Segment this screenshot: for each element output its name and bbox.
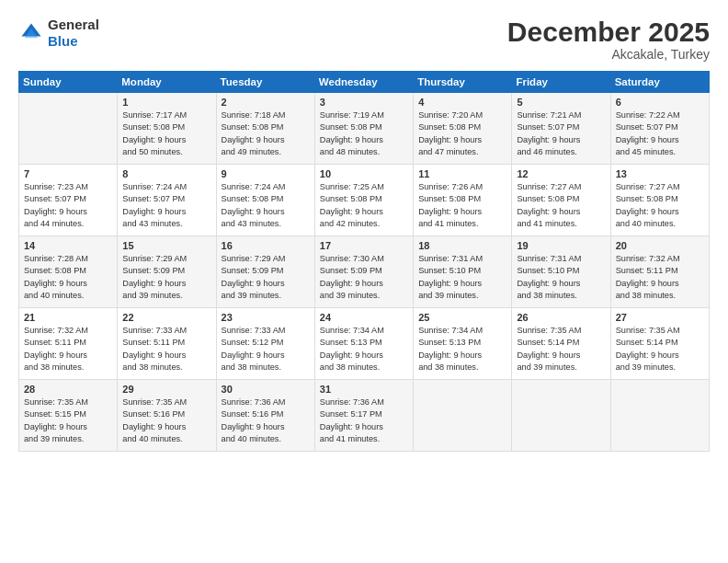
calendar-cell <box>19 93 118 165</box>
day-info: Sunrise: 7:27 AMSunset: 5:08 PMDaylight:… <box>517 181 606 230</box>
day-number: 5 <box>517 97 606 108</box>
logo-blue: Blue <box>48 33 78 49</box>
week-row-5: 28Sunrise: 7:35 AMSunset: 5:15 PMDayligh… <box>19 380 710 452</box>
day-header-friday: Friday <box>512 72 610 93</box>
day-number: 22 <box>122 312 211 323</box>
day-number: 14 <box>24 240 113 251</box>
title-block: December 2025 Akcakale, Turkey <box>507 17 710 62</box>
header-row: SundayMondayTuesdayWednesdayThursdayFrid… <box>19 72 710 93</box>
day-info: Sunrise: 7:19 AMSunset: 5:08 PMDaylight:… <box>320 109 409 158</box>
calendar-cell: 6Sunrise: 7:22 AMSunset: 5:07 PMDaylight… <box>610 93 709 165</box>
day-number: 7 <box>24 168 113 179</box>
page: General Blue December 2025 Akcakale, Tur… <box>0 0 728 563</box>
calendar-cell: 16Sunrise: 7:29 AMSunset: 5:09 PMDayligh… <box>216 236 314 308</box>
day-info: Sunrise: 7:34 AMSunset: 5:13 PMDaylight:… <box>418 325 507 373</box>
day-number: 29 <box>122 384 211 395</box>
week-row-1: 1Sunrise: 7:17 AMSunset: 5:08 PMDaylight… <box>19 93 710 165</box>
logo: General Blue <box>18 17 99 50</box>
day-info: Sunrise: 7:34 AMSunset: 5:13 PMDaylight:… <box>320 325 409 373</box>
day-info: Sunrise: 7:35 AMSunset: 5:16 PMDaylight:… <box>122 396 211 445</box>
day-number: 17 <box>320 240 409 251</box>
day-number: 31 <box>320 384 409 395</box>
week-row-3: 14Sunrise: 7:28 AMSunset: 5:08 PMDayligh… <box>19 236 710 308</box>
header: General Blue December 2025 Akcakale, Tur… <box>18 17 710 62</box>
day-info: Sunrise: 7:18 AMSunset: 5:08 PMDaylight:… <box>222 109 311 158</box>
calendar-cell: 5Sunrise: 7:21 AMSunset: 5:07 PMDaylight… <box>512 93 610 165</box>
calendar-cell: 18Sunrise: 7:31 AMSunset: 5:10 PMDayligh… <box>414 236 512 308</box>
month-title: December 2025 <box>507 17 710 47</box>
day-info: Sunrise: 7:25 AMSunset: 5:08 PMDaylight:… <box>320 181 409 230</box>
calendar-cell: 31Sunrise: 7:36 AMSunset: 5:17 PMDayligh… <box>314 380 413 452</box>
day-info: Sunrise: 7:33 AMSunset: 5:12 PMDaylight:… <box>222 325 311 373</box>
day-number: 27 <box>616 312 705 323</box>
day-info: Sunrise: 7:24 AMSunset: 5:08 PMDaylight:… <box>222 181 311 230</box>
calendar-cell: 29Sunrise: 7:35 AMSunset: 5:16 PMDayligh… <box>118 380 216 452</box>
logo-icon <box>18 20 44 46</box>
calendar-cell: 23Sunrise: 7:33 AMSunset: 5:12 PMDayligh… <box>216 308 314 380</box>
day-number: 1 <box>122 97 211 108</box>
day-info: Sunrise: 7:17 AMSunset: 5:08 PMDaylight:… <box>122 109 211 158</box>
day-info: Sunrise: 7:31 AMSunset: 5:10 PMDaylight:… <box>517 253 606 302</box>
week-row-2: 7Sunrise: 7:23 AMSunset: 5:07 PMDaylight… <box>19 165 710 236</box>
day-number: 26 <box>517 312 606 323</box>
day-number: 11 <box>418 168 507 179</box>
calendar-cell <box>610 380 709 452</box>
day-info: Sunrise: 7:20 AMSunset: 5:08 PMDaylight:… <box>418 109 507 158</box>
calendar-cell: 12Sunrise: 7:27 AMSunset: 5:08 PMDayligh… <box>512 165 610 236</box>
calendar-cell: 11Sunrise: 7:26 AMSunset: 5:08 PMDayligh… <box>414 165 512 236</box>
calendar-cell: 7Sunrise: 7:23 AMSunset: 5:07 PMDaylight… <box>19 165 118 236</box>
calendar-cell: 15Sunrise: 7:29 AMSunset: 5:09 PMDayligh… <box>118 236 216 308</box>
day-header-tuesday: Tuesday <box>216 72 314 93</box>
day-number: 23 <box>222 312 311 323</box>
day-number: 16 <box>222 240 311 251</box>
logo-general: General <box>48 17 99 32</box>
day-info: Sunrise: 7:36 AMSunset: 5:16 PMDaylight:… <box>222 396 311 445</box>
day-number: 3 <box>320 97 409 108</box>
calendar-cell: 9Sunrise: 7:24 AMSunset: 5:08 PMDaylight… <box>216 165 314 236</box>
calendar-cell: 14Sunrise: 7:28 AMSunset: 5:08 PMDayligh… <box>19 236 118 308</box>
day-info: Sunrise: 7:27 AMSunset: 5:08 PMDaylight:… <box>616 181 705 230</box>
day-info: Sunrise: 7:35 AMSunset: 5:14 PMDaylight:… <box>616 325 705 373</box>
day-info: Sunrise: 7:33 AMSunset: 5:11 PMDaylight:… <box>122 325 211 373</box>
day-info: Sunrise: 7:29 AMSunset: 5:09 PMDaylight:… <box>122 253 211 302</box>
calendar-cell: 2Sunrise: 7:18 AMSunset: 5:08 PMDaylight… <box>216 93 314 165</box>
calendar-cell: 27Sunrise: 7:35 AMSunset: 5:14 PMDayligh… <box>610 308 709 380</box>
calendar-cell: 3Sunrise: 7:19 AMSunset: 5:08 PMDaylight… <box>314 93 413 165</box>
day-number: 25 <box>418 312 507 323</box>
day-info: Sunrise: 7:29 AMSunset: 5:09 PMDaylight:… <box>222 253 311 302</box>
day-number: 30 <box>222 384 311 395</box>
day-number: 21 <box>24 312 113 323</box>
calendar-cell <box>414 380 512 452</box>
calendar-cell: 30Sunrise: 7:36 AMSunset: 5:16 PMDayligh… <box>216 380 314 452</box>
day-number: 9 <box>222 168 311 179</box>
calendar-table: SundayMondayTuesdayWednesdayThursdayFrid… <box>18 71 710 452</box>
day-info: Sunrise: 7:22 AMSunset: 5:07 PMDaylight:… <box>616 109 705 158</box>
day-number: 2 <box>222 97 311 108</box>
calendar-cell: 17Sunrise: 7:30 AMSunset: 5:09 PMDayligh… <box>314 236 413 308</box>
day-number: 12 <box>517 168 606 179</box>
day-number: 20 <box>616 240 705 251</box>
calendar-cell: 22Sunrise: 7:33 AMSunset: 5:11 PMDayligh… <box>118 308 216 380</box>
day-number: 18 <box>418 240 507 251</box>
calendar-cell: 8Sunrise: 7:24 AMSunset: 5:07 PMDaylight… <box>118 165 216 236</box>
subtitle: Akcakale, Turkey <box>507 47 710 62</box>
day-number: 4 <box>418 97 507 108</box>
day-header-monday: Monday <box>118 72 216 93</box>
day-info: Sunrise: 7:31 AMSunset: 5:10 PMDaylight:… <box>418 253 507 302</box>
day-header-thursday: Thursday <box>414 72 512 93</box>
calendar-cell: 28Sunrise: 7:35 AMSunset: 5:15 PMDayligh… <box>19 380 118 452</box>
day-info: Sunrise: 7:24 AMSunset: 5:07 PMDaylight:… <box>122 181 211 230</box>
day-info: Sunrise: 7:32 AMSunset: 5:11 PMDaylight:… <box>616 253 705 302</box>
day-info: Sunrise: 7:28 AMSunset: 5:08 PMDaylight:… <box>24 253 113 302</box>
day-info: Sunrise: 7:26 AMSunset: 5:08 PMDaylight:… <box>418 181 507 230</box>
day-info: Sunrise: 7:36 AMSunset: 5:17 PMDaylight:… <box>320 396 409 445</box>
day-header-wednesday: Wednesday <box>314 72 413 93</box>
day-number: 15 <box>122 240 211 251</box>
calendar-cell: 25Sunrise: 7:34 AMSunset: 5:13 PMDayligh… <box>414 308 512 380</box>
calendar-cell <box>512 380 610 452</box>
day-info: Sunrise: 7:23 AMSunset: 5:07 PMDaylight:… <box>24 181 113 230</box>
day-number: 8 <box>122 168 211 179</box>
day-header-sunday: Sunday <box>19 72 118 93</box>
day-number: 28 <box>24 384 113 395</box>
day-info: Sunrise: 7:30 AMSunset: 5:09 PMDaylight:… <box>320 253 409 302</box>
